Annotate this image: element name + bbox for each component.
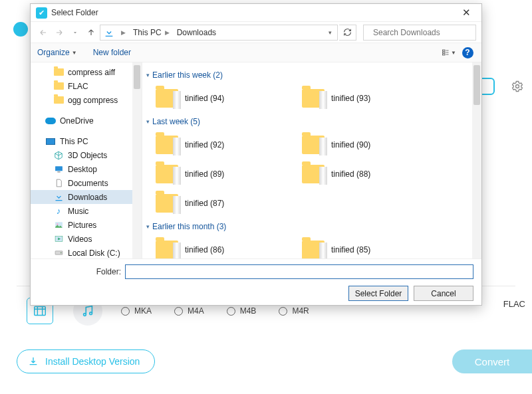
tree-node[interactable]: Local Disk (C:)	[31, 246, 142, 258]
folder-icon	[156, 136, 178, 154]
back-button[interactable]	[36, 25, 51, 40]
app-icon: ✔	[36, 7, 47, 19]
folder-item[interactable]: tinified (90)	[293, 130, 439, 159]
titlebar: ✔ Select Folder ✕	[31, 4, 481, 21]
group-header[interactable]: ▾Earlier this week (2)	[146, 70, 472, 80]
downloads-path-icon	[103, 27, 115, 39]
tree-node[interactable]: Documents	[31, 176, 142, 190]
svg-rect-9	[57, 171, 60, 172]
folder-item[interactable]: tinified (93)	[293, 84, 439, 113]
install-desktop-button[interactable]: Install Desktop Version	[17, 349, 155, 373]
address-dropdown-icon[interactable]: ▾	[326, 29, 334, 36]
tree-node[interactable]: ogg compress	[31, 93, 142, 107]
folder-icon	[302, 165, 325, 183]
tree-node[interactable]: This PC	[31, 134, 142, 148]
svg-point-11	[57, 223, 58, 225]
help-icon[interactable]: ?	[460, 45, 475, 60]
format-m4b[interactable]: M4B	[227, 306, 257, 316]
tree-node[interactable]: 3D Objects	[31, 148, 142, 162]
new-folder-button[interactable]: New folder	[93, 48, 131, 57]
tree-node[interactable]: FLAC	[31, 79, 142, 93]
tree-node[interactable]: Pictures	[31, 218, 142, 232]
folder-tree[interactable]: compress aiffFLACogg compressOneDriveThi…	[31, 62, 142, 258]
svg-rect-6	[443, 52, 446, 53]
format-m4a[interactable]: M4A	[174, 306, 204, 316]
folder-icon	[156, 241, 178, 258]
crumb-root-sep[interactable]: ▶	[118, 29, 129, 36]
folder-item[interactable]: tinified (86)	[146, 235, 293, 258]
address-bar[interactable]: ▶ This PC▶ Downloads ▾	[100, 25, 338, 41]
search-input[interactable]	[372, 27, 474, 38]
tree-node[interactable]: Videos	[31, 232, 142, 246]
install-label: Install Desktop Version	[45, 356, 140, 367]
dialog-title: Select Folder	[51, 8, 456, 17]
svg-point-2	[84, 314, 86, 316]
format-label: M4R	[292, 306, 309, 316]
folder-name-input[interactable]	[125, 264, 473, 279]
view-options-icon[interactable]: ▼	[442, 45, 456, 60]
tree-node[interactable]: OneDrive	[31, 114, 142, 128]
select-folder-dialog: ✔ Select Folder ✕ ▶ This PC▶ Downloads ▾…	[30, 3, 482, 306]
crumb-downloads[interactable]: Downloads	[176, 28, 217, 37]
svg-rect-8	[55, 166, 63, 171]
select-folder-button[interactable]: Select Folder	[348, 286, 408, 301]
folder-item[interactable]: tinified (89)	[146, 159, 293, 189]
folder-item[interactable]: tinified (87)	[146, 189, 293, 218]
bg-accent-circle	[13, 22, 28, 37]
folder-icon	[156, 194, 178, 213]
tree-node[interactable]: compress aiff	[31, 65, 142, 79]
refresh-button[interactable]	[339, 25, 356, 41]
group-header[interactable]: ▾Last week (5)	[146, 117, 472, 126]
folder-icon	[156, 165, 178, 183]
folder-icon	[302, 89, 325, 108]
svg-rect-7	[443, 54, 446, 55]
svg-rect-5	[443, 50, 446, 51]
folder-item[interactable]: tinified (88)	[293, 159, 439, 189]
toolbar: Organize▼ New folder ▼ ?	[31, 43, 481, 62]
convert-button[interactable]: Convert	[452, 349, 532, 373]
folder-item[interactable]: tinified (85)	[293, 235, 439, 258]
folder-item[interactable]: tinified (94)	[146, 84, 293, 113]
convert-label: Convert	[475, 356, 510, 367]
format-mka[interactable]: MKA	[121, 306, 152, 316]
svg-rect-1	[35, 307, 46, 316]
format-label: M4A	[188, 306, 204, 316]
folder-item[interactable]: tinified (92)	[146, 130, 293, 159]
svg-point-0	[516, 85, 519, 88]
folder-icon	[156, 89, 178, 108]
folder-field-label: Folder:	[39, 267, 125, 276]
svg-point-3	[90, 312, 92, 315]
recent-dropdown-icon[interactable]	[68, 25, 82, 40]
group-header[interactable]: ▾Earlier this month (3)	[146, 222, 472, 231]
svg-point-14	[61, 252, 61, 253]
format-label: MKA	[134, 306, 152, 316]
up-button[interactable]	[84, 25, 98, 40]
nav-row: ▶ This PC▶ Downloads ▾	[31, 21, 481, 43]
organize-menu[interactable]: Organize▼	[37, 48, 77, 57]
forward-button[interactable]	[52, 25, 66, 40]
tree-node[interactable]: ♪Music	[31, 204, 142, 218]
close-icon[interactable]: ✕	[456, 7, 476, 19]
folder-icon	[302, 241, 325, 258]
dialog-footer: Folder: Select Folder Cancel	[31, 258, 481, 305]
settings-icon[interactable]	[511, 80, 524, 93]
format-label: M4B	[240, 306, 257, 316]
tree-node[interactable]: Desktop	[31, 162, 142, 176]
tree-scrollbar[interactable]	[132, 62, 142, 258]
folder-icon	[302, 136, 325, 154]
crumb-this-pc[interactable]: This PC▶	[132, 28, 173, 37]
cancel-button[interactable]: Cancel	[414, 286, 473, 301]
search-box[interactable]	[363, 25, 476, 41]
tree-node[interactable]: Downloads	[31, 190, 142, 204]
content-scrollbar[interactable]	[472, 62, 481, 258]
format-m4r[interactable]: M4R	[279, 306, 309, 316]
folder-content[interactable]: ▾Earlier this week (2)tinified (94)tinif…	[142, 62, 481, 258]
